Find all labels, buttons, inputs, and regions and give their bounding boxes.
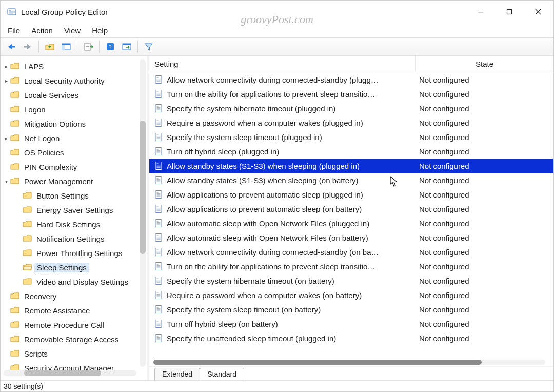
tree-list[interactable]: ▸ LAPS ▸ Local Security Authority Locale… xyxy=(1,59,147,375)
state-label: Not configured xyxy=(419,320,469,328)
state-label: Not configured xyxy=(419,248,469,257)
list-row[interactable]: Turn on the ability for applications to … xyxy=(149,87,553,101)
list-row[interactable]: Allow automatic sleep with Open Network … xyxy=(149,230,553,245)
policy-item-icon xyxy=(153,190,164,199)
cell-setting: Turn off hybrid sleep (plugged in) xyxy=(149,147,416,156)
state-label: Not configured xyxy=(419,75,469,84)
tree-vertical-scrollbar[interactable] xyxy=(140,59,146,367)
list-row[interactable]: Turn off hybrid sleep (plugged in) Not c… xyxy=(149,144,553,159)
menu-help[interactable]: Help xyxy=(92,26,108,35)
maximize-button[interactable] xyxy=(495,2,524,22)
scrollbar-thumb[interactable] xyxy=(140,121,146,254)
tree-item-label: Power Management xyxy=(24,177,93,186)
expander-icon[interactable]: ▾ xyxy=(3,178,10,185)
svg-rect-85 xyxy=(157,264,159,265)
menu-action[interactable]: Action xyxy=(31,26,53,35)
tree-item[interactable]: ▸ Net Logon xyxy=(3,131,145,145)
menu-file[interactable]: File xyxy=(8,26,20,35)
details-pane: Setting State Allow network connectivity… xyxy=(147,56,553,380)
tree-item[interactable]: Locale Services xyxy=(3,88,145,102)
list-row[interactable]: Specify the unattended sleep timeout (pl… xyxy=(149,331,553,345)
list-row[interactable]: Allow network connectivity during connec… xyxy=(149,72,553,87)
tree-item[interactable]: ▾ Power Management xyxy=(3,174,145,188)
setting-label: Specify the unattended sleep timeout (pl… xyxy=(167,334,336,343)
column-state[interactable]: State xyxy=(416,56,553,72)
svg-rect-68 xyxy=(157,210,161,211)
list-horizontal-scrollbar[interactable] xyxy=(153,360,545,365)
state-label: Not configured xyxy=(419,205,469,213)
list-row[interactable]: Allow standby states (S1-S3) when sleepi… xyxy=(149,159,553,173)
tree-item[interactable]: Energy Saver Settings xyxy=(3,203,145,217)
tree-item[interactable]: Remote Assistance xyxy=(3,303,145,318)
tree-item[interactable]: Power Throttling Settings xyxy=(3,246,145,260)
close-button[interactable] xyxy=(524,2,552,22)
export-list-button[interactable] xyxy=(81,40,96,54)
column-setting[interactable]: Setting xyxy=(149,56,416,72)
tree-item[interactable]: Remote Procedure Call xyxy=(3,318,145,332)
tree-item[interactable]: Button Settings xyxy=(3,188,145,203)
svg-rect-47 xyxy=(157,151,161,152)
expander-icon[interactable]: ▸ xyxy=(3,63,10,70)
svg-rect-102 xyxy=(157,309,161,310)
tab-extended[interactable]: Extended xyxy=(154,368,200,380)
svg-rect-54 xyxy=(155,177,162,184)
list-row[interactable]: Allow applications to prevent automatic … xyxy=(149,187,553,202)
tree-item[interactable]: Video and Display Settings xyxy=(3,275,145,289)
svg-rect-111 xyxy=(157,337,161,338)
list-row[interactable]: Allow network connectivity during connec… xyxy=(149,245,553,259)
list-row[interactable]: Allow automatic sleep with Open Network … xyxy=(149,216,553,230)
expander-icon[interactable]: ▸ xyxy=(3,134,10,142)
svg-rect-95 xyxy=(157,293,159,293)
tab-standard-label: Standard xyxy=(207,370,236,378)
forward-button[interactable] xyxy=(20,40,35,54)
expander-icon[interactable]: ▸ xyxy=(3,77,10,84)
list-row[interactable]: Specify the system sleep timeout (on bat… xyxy=(149,302,553,317)
tree-item[interactable]: PIN Complexity xyxy=(3,160,145,174)
list-row[interactable]: Turn off hybrid sleep (on battery) Not c… xyxy=(149,317,553,331)
tree-item[interactable]: ▸ Local Security Authority xyxy=(3,73,145,88)
cell-setting: Require a password when a computer wakes… xyxy=(149,118,416,127)
cell-setting: Turn on the ability for applications to … xyxy=(149,89,416,99)
tree-horizontal-scrollbar[interactable] xyxy=(4,370,136,376)
tree-item[interactable]: Recovery xyxy=(3,289,145,303)
scrollbar-thumb[interactable] xyxy=(24,370,101,376)
tab-standard[interactable]: Standard xyxy=(200,368,244,380)
tree-item[interactable]: Hard Disk Settings xyxy=(3,217,145,231)
folder-icon xyxy=(10,148,20,156)
up-folder-button[interactable] xyxy=(42,40,57,54)
back-button[interactable] xyxy=(4,40,19,54)
show-hide-tree-button[interactable] xyxy=(58,40,74,54)
folder-icon xyxy=(22,249,32,257)
tree-item-label: Remote Assistance xyxy=(24,306,90,315)
list-row[interactable]: Require a password when a computer wakes… xyxy=(149,115,553,130)
list-row[interactable]: Turn on the ability for applications to … xyxy=(149,259,553,273)
filter-button[interactable] xyxy=(141,40,156,54)
list-row[interactable]: Allow standby states (S1-S3) when sleepi… xyxy=(149,173,553,187)
menu-view[interactable]: View xyxy=(64,26,81,35)
list-row[interactable]: Specify the system hibernate timeout (on… xyxy=(149,273,553,288)
menubar: File Action View Help xyxy=(1,23,553,37)
list-body[interactable]: Allow network connectivity during connec… xyxy=(149,72,553,366)
setting-label: Allow automatic sleep with Open Network … xyxy=(167,219,369,228)
tree-item[interactable]: OS Policies xyxy=(3,145,145,160)
list-row[interactable]: Specify the system sleep timeout (plugge… xyxy=(149,130,553,144)
svg-rect-20 xyxy=(157,77,159,78)
tree-item[interactable]: Sleep Settings xyxy=(3,260,145,275)
tree-item[interactable]: Removable Storage Access xyxy=(3,332,145,346)
minimize-button[interactable] xyxy=(466,2,495,22)
tree-item[interactable]: Logon xyxy=(3,102,145,116)
list-row[interactable]: Allow applications to prevent automatic … xyxy=(149,202,553,216)
tree-item[interactable]: Scripts xyxy=(3,346,145,361)
svg-rect-40 xyxy=(157,135,159,135)
scrollbar-thumb[interactable] xyxy=(153,360,482,365)
svg-rect-6 xyxy=(507,10,512,14)
tree-item[interactable]: ▸ LAPS xyxy=(3,59,145,73)
tree-item[interactable]: Notification Settings xyxy=(3,231,145,246)
help-button[interactable]: ? xyxy=(103,40,118,54)
tree-item[interactable]: Mitigation Options xyxy=(3,116,145,131)
policy-settings-button[interactable] xyxy=(119,40,134,54)
list-row[interactable]: Specify the system hibernate timeout (pl… xyxy=(149,101,553,115)
list-row[interactable]: Require a password when a computer wakes… xyxy=(149,288,553,302)
cell-state: Not configured xyxy=(416,119,553,127)
svg-rect-29 xyxy=(155,105,162,112)
